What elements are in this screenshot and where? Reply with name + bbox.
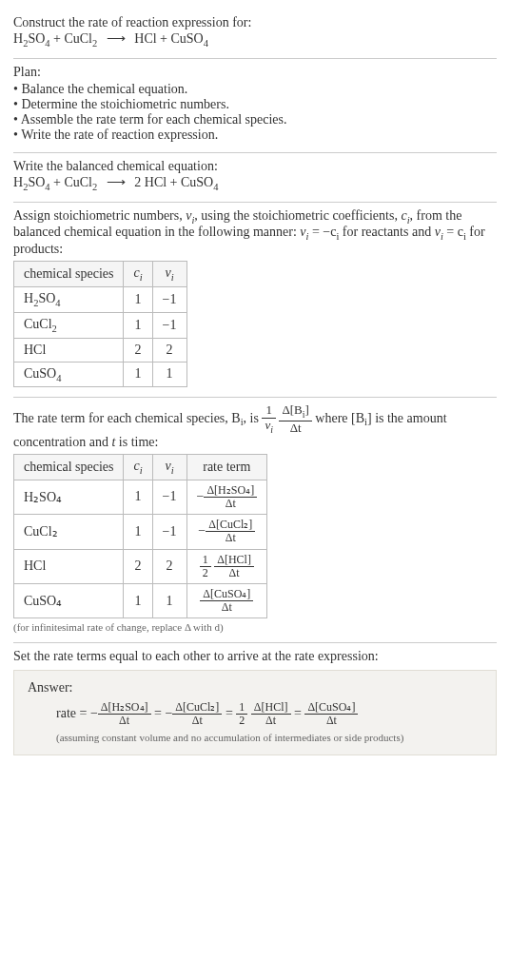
- plan-item: Balance the chemical equation.: [13, 82, 497, 97]
- table-row: CuSO4 1 1: [14, 362, 187, 387]
- fraction: Δ[CuCl₂]Δt: [172, 701, 222, 727]
- fraction: 12: [236, 701, 247, 727]
- final-heading: Set the rate terms equal to each other t…: [13, 649, 497, 664]
- fraction: 12: [200, 554, 211, 579]
- fraction: Δ[CuSO₄]Δt: [200, 588, 253, 614]
- fraction: Δ[HCl]Δt: [251, 701, 291, 727]
- reactant-h2so4: H2SO4: [13, 31, 53, 46]
- table-row: CuSO₄ 1 1 Δ[CuSO₄]Δt: [14, 583, 267, 617]
- answer-box: Answer: rate = −Δ[H₂SO₄]Δt = −Δ[CuCl₂]Δt…: [13, 670, 497, 755]
- plan-item: Assemble the rate term for each chemical…: [13, 112, 497, 127]
- fraction: 1νi: [262, 403, 276, 435]
- plan-section: Plan: Balance the chemical equation. Det…: [13, 59, 497, 152]
- stoich-table: chemical species ci νi H2SO4 1 −1 CuCl2 …: [13, 261, 187, 387]
- answer-note: (assuming constant volume and no accumul…: [56, 732, 482, 743]
- prompt-line1: Construct the rate of reaction expressio…: [13, 15, 497, 30]
- stoich-text: Assign stoichiometric numbers, νi, using…: [13, 208, 497, 258]
- plan-heading: Plan:: [13, 65, 497, 80]
- table-row: HCl 2 2 12 Δ[HCl]Δt: [14, 549, 267, 583]
- final-section: Set the rate terms equal to each other t…: [13, 643, 497, 764]
- table-row: HCl 2 2: [14, 338, 187, 362]
- reactant-cucl2: CuCl2: [64, 31, 97, 46]
- table-row: CuCl2 1 −1: [14, 312, 187, 338]
- balanced-heading: Write the balanced chemical equation:: [13, 159, 497, 174]
- plan-list: Balance the chemical equation. Determine…: [13, 82, 497, 143]
- table-row: CuCl₂ 1 −1 −Δ[CuCl₂]Δt: [14, 515, 267, 549]
- table-row: H2SO4 1 −1: [14, 286, 187, 312]
- balanced-equation: H2SO4 + CuCl2 ⟶ 2 HCl + CuSO4: [13, 174, 497, 192]
- answer-equation: rate = −Δ[H₂SO₄]Δt = −Δ[CuCl₂]Δt = 12 Δ[…: [56, 701, 482, 727]
- rateterm-text: The rate term for each chemical species,…: [13, 403, 497, 450]
- reaction-arrow-icon: ⟶: [107, 174, 126, 190]
- rateterm-footnote: (for infinitesimal rate of change, repla…: [13, 621, 497, 633]
- col-nui: νi: [152, 262, 186, 287]
- fraction: Δ[H₂SO₄]Δt: [204, 484, 257, 510]
- stoich-section: Assign stoichiometric numbers, νi, using…: [13, 203, 497, 398]
- fraction: Δ[HCl]Δt: [214, 554, 254, 579]
- fraction: Δ[H₂SO₄]Δt: [98, 701, 151, 727]
- table-header-row: chemical species ci νi: [14, 262, 187, 287]
- reaction-arrow-icon: ⟶: [107, 30, 126, 47]
- plan-item: Write the rate of reaction expression.: [13, 127, 497, 143]
- fraction: Δ[Bi]Δt: [279, 403, 311, 435]
- balanced-section: Write the balanced chemical equation: H2…: [13, 153, 497, 202]
- products: HCl + CuSO4: [134, 31, 208, 46]
- answer-label: Answer:: [28, 680, 482, 696]
- table-header-row: chemical species ci νi rate term: [14, 454, 267, 480]
- rateterm-table: chemical species ci νi rate term H₂SO₄ 1…: [13, 454, 267, 618]
- fraction: Δ[CuSO₄]Δt: [304, 701, 358, 727]
- fraction: Δ[CuCl₂]Δt: [206, 519, 255, 544]
- plan-item: Determine the stoichiometric numbers.: [13, 97, 497, 112]
- prompt-section: Construct the rate of reaction expressio…: [13, 10, 497, 58]
- rateterm-section: The rate term for each chemical species,…: [13, 398, 497, 642]
- col-species: chemical species: [14, 262, 124, 287]
- table-row: H₂SO₄ 1 −1 −Δ[H₂SO₄]Δt: [14, 480, 267, 514]
- prompt-equation: H2SO4 + CuCl2 ⟶ HCl + CuSO4: [13, 30, 497, 49]
- col-ci: ci: [124, 262, 152, 287]
